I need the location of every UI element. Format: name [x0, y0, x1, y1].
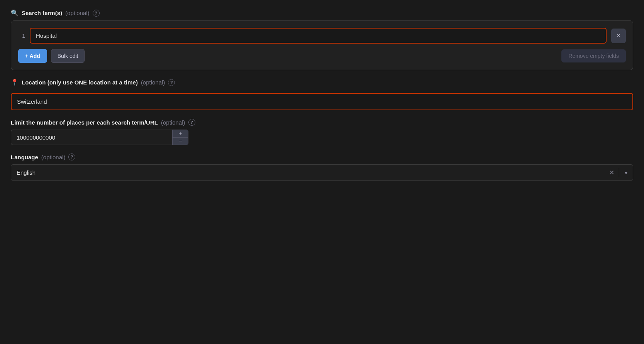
- search-terms-section: 🔍 Search term(s) (optional) ? 1 × + Add …: [11, 9, 633, 70]
- action-left: + Add Bulk edit: [18, 49, 85, 63]
- location-input[interactable]: [11, 93, 633, 110]
- language-title: Language: [11, 154, 38, 160]
- bulk-edit-button[interactable]: Bulk edit: [51, 49, 85, 63]
- remove-empty-button[interactable]: Remove empty fields: [561, 49, 626, 62]
- location-optional: (optional): [141, 79, 165, 86]
- language-optional: (optional): [41, 154, 66, 160]
- row-number: 1: [18, 33, 25, 39]
- location-label: 📍 Location (only use ONE location at a t…: [11, 79, 633, 86]
- location-icon: 📍: [11, 79, 19, 86]
- action-row: + Add Bulk edit Remove empty fields: [18, 49, 626, 63]
- language-select-wrapper[interactable]: English ✕ ▾: [11, 164, 633, 181]
- limit-row: + −: [11, 130, 188, 145]
- stepper-column: + −: [172, 130, 188, 145]
- search-terms-title: Search term(s): [22, 10, 62, 16]
- language-label: Language (optional) ?: [11, 153, 633, 160]
- language-clear-button[interactable]: ✕: [605, 169, 619, 176]
- search-terms-label: 🔍 Search term(s) (optional) ?: [11, 9, 633, 17]
- add-button[interactable]: + Add: [18, 49, 47, 63]
- search-icon: 🔍: [11, 9, 19, 17]
- limit-label: Limit the number of places per each sear…: [11, 119, 633, 126]
- location-section: 📍 Location (only use ONE location at a t…: [11, 79, 633, 110]
- language-help-icon[interactable]: ?: [68, 153, 75, 160]
- limit-help-icon[interactable]: ?: [188, 119, 195, 126]
- limit-section: Limit the number of places per each sear…: [11, 119, 633, 145]
- search-term-row: 1 ×: [18, 28, 626, 44]
- remove-row-button[interactable]: ×: [611, 29, 626, 43]
- location-help-icon[interactable]: ?: [168, 79, 175, 86]
- search-term-input[interactable]: [30, 28, 607, 44]
- language-dropdown-button[interactable]: ▾: [619, 170, 633, 176]
- search-terms-box: 1 × + Add Bulk edit Remove empty fields: [11, 20, 633, 70]
- location-title: Location (only use ONE location at a tim…: [22, 79, 138, 86]
- limit-input[interactable]: [11, 130, 172, 145]
- decrement-button[interactable]: −: [172, 137, 188, 145]
- increment-button[interactable]: +: [172, 130, 188, 137]
- language-value: English: [11, 165, 605, 180]
- search-terms-optional: (optional): [65, 10, 90, 16]
- search-terms-help-icon[interactable]: ?: [93, 10, 100, 17]
- limit-title: Limit the number of places per each sear…: [11, 119, 158, 126]
- language-section: Language (optional) ? English ✕ ▾: [11, 153, 633, 181]
- limit-optional: (optional): [161, 119, 185, 126]
